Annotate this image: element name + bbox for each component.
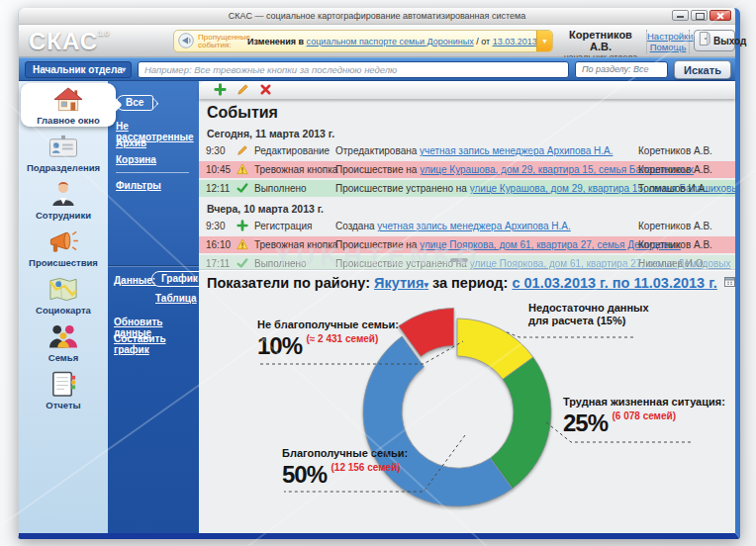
event-author: Николаев И.О. (638, 255, 706, 269)
event-description: Происшествие на улице Пояркова, дом 61, … (335, 236, 681, 253)
event-row[interactable]: 12:11ВыполненоПроисшествие устранено на … (199, 180, 735, 197)
exit-button[interactable]: Выход (694, 30, 735, 51)
event-description: Создана учетная запись менеджера Архипов… (335, 218, 571, 234)
settings-link[interactable]: Настройки (647, 31, 689, 42)
notification-text: Изменения в социальном паспорте семьи До… (247, 37, 552, 46)
notification-label: Пропущенные события: (198, 34, 243, 49)
app-window: СКАС — социальное картографирование авто… (18, 8, 740, 539)
help-link[interactable]: Помощь (647, 42, 689, 52)
event-time: 10:45 (206, 161, 231, 178)
delete-event-button[interactable] (258, 83, 272, 97)
callout-insufficient-data: Недостаточно данных для расчета (15%) (528, 302, 649, 327)
panel-section-divider (108, 265, 199, 266)
event-time: 17:11 (206, 255, 230, 269)
alarm-icon (236, 163, 248, 180)
app-logo: СКАС1.0 (29, 28, 109, 55)
event-author: Толмашов И.А. (638, 180, 708, 197)
data-view-table[interactable]: Таблица (155, 293, 197, 304)
filter-tab-trash[interactable]: Корзина (116, 154, 156, 165)
event-time: 9:30 (206, 142, 225, 159)
main-sidebar: Главное окноПодразделенияСотрудникиПроис… (19, 81, 108, 533)
sidebar-item-sociomap[interactable]: Социокарта (19, 273, 108, 320)
notification-dropdown-button[interactable]: ▼ (536, 31, 552, 51)
panel-divider (116, 172, 189, 173)
pencil-icon (236, 144, 248, 161)
filter-tab-all[interactable]: Все (116, 95, 153, 111)
check-icon (236, 182, 248, 199)
scroll-handle[interactable] (450, 258, 468, 262)
event-row[interactable]: 9:30РедактированиеОтредактирована учетна… (199, 142, 735, 159)
events-list: События Сегодня, 11 марта 2013 г.9:30Ред… (199, 99, 735, 269)
add-event-button[interactable] (213, 83, 227, 97)
alarm-icon (236, 238, 248, 255)
period-link[interactable]: с 01.03.2013 г. по 11.03.2013 г. (512, 275, 716, 291)
event-author: Коретников А.В. (638, 161, 712, 178)
callout-difficult-situation: Трудная жизненная ситуация: 25% (6 078 с… (563, 396, 725, 437)
event-author: Коретников А.В. (638, 236, 712, 253)
role-dropdown[interactable]: Начальник отдела▾ (25, 61, 132, 78)
event-row[interactable]: 16:10Тревожная кнопкаПроисшествие на ули… (199, 236, 735, 253)
app-header: СКАС1.0 Пропущенные события: Изменения в… (19, 25, 735, 57)
home-icon (21, 83, 116, 115)
event-group-date: Вчера, 10 марта 2013 г. (207, 203, 735, 215)
down-arrow-icon: ▼ (541, 38, 548, 45)
indicators-section: Показатели по району: Якутия▾ за период:… (199, 269, 735, 526)
check-icon (236, 257, 248, 269)
maximize-button[interactable] (691, 10, 708, 21)
minimize-button[interactable] (672, 10, 689, 21)
events-toolbar (199, 81, 735, 99)
title-bar: СКАС — социальное картографирование авто… (19, 8, 735, 25)
megaphone-icon (19, 226, 108, 257)
event-type: Регистрация (254, 218, 312, 234)
header-links: Настройки Помощь (646, 30, 690, 53)
event-row[interactable]: 10:45Тревожная кнопкаПроисшествие на ули… (199, 161, 735, 178)
search-button[interactable]: Искать (674, 60, 731, 79)
search-input[interactable] (138, 61, 569, 78)
event-link[interactable]: учетная запись менеджера Архипова Н.А. (377, 221, 570, 231)
sidebar-item-staff[interactable]: Сотрудники (19, 178, 108, 226)
event-time: 12:11 (206, 180, 230, 197)
filter-panel: Все Не рассмотренные Архив Корзина Фильт… (108, 81, 199, 533)
event-time: 9:30 (206, 218, 225, 234)
event-type: Выполнено (254, 255, 307, 269)
sidebar-item-reports[interactable]: Отчеты (19, 368, 108, 415)
event-group-date: Сегодня, 11 марта 2013 г. (207, 128, 735, 139)
map-icon (19, 273, 108, 305)
section-filter-input[interactable]: По разделу: Все (575, 61, 668, 78)
search-bar: Начальник отдела▾ По разделу: Все Искать (19, 57, 735, 81)
sidebar-item-main[interactable]: Главное окно (21, 83, 116, 127)
calendar-icon[interactable] (724, 274, 735, 290)
chevron-down-icon: ▾ (122, 62, 126, 77)
missed-events-icon (178, 33, 194, 50)
sidebar-item-family[interactable]: Семья (19, 320, 108, 368)
filters-link[interactable]: Фильтры (116, 180, 161, 191)
edit-event-button[interactable] (236, 83, 249, 97)
callout-unfavorable-families: Не благополучные семьи: 10% (≈ 2 431 сем… (257, 318, 399, 360)
employee-icon (19, 178, 108, 210)
sidebar-item-units[interactable]: Подразделения (19, 131, 108, 178)
compose-chart-link[interactable]: Составить график (114, 333, 199, 355)
plus-icon (236, 220, 248, 236)
event-type: Редактирование (254, 142, 330, 159)
region-link[interactable]: Якутия▾ (374, 275, 428, 291)
user-name: Коретников А.В. (559, 29, 642, 52)
event-type: Выполнено (254, 180, 307, 197)
logo-version: 1.0 (98, 29, 109, 38)
event-row[interactable]: 17:11ВыполненоПроисшествие устранено на … (199, 255, 735, 269)
callout-favorable-families: Благополучные семьи: 50% (12 156 семей) (282, 447, 408, 489)
window-title: СКАС — социальное картографирование авто… (19, 8, 735, 25)
event-type: Тревожная кнопка (254, 161, 337, 178)
content-area: Главное окноПодразделенияСотрудникиПроис… (19, 81, 735, 533)
close-button[interactable] (709, 10, 731, 21)
filter-tab-archive[interactable]: Архив (116, 137, 146, 148)
passport-link[interactable]: социальном паспорте семьи Дорониных (307, 37, 474, 46)
event-description: Отредактирована учетная запись менеджера… (335, 142, 613, 159)
event-link[interactable]: учетная запись менеджера Архипова Н.А. (420, 145, 613, 156)
report-icon (19, 368, 108, 400)
chevron-down-icon: ▾ (424, 280, 428, 290)
sidebar-item-incidents[interactable]: Происшествия (19, 226, 108, 273)
notification-bar: Пропущенные события: Изменения в социаль… (173, 30, 553, 52)
family-icon (19, 320, 108, 352)
event-row[interactable]: 9:30РегистрацияСоздана учетная запись ме… (199, 218, 735, 234)
id-card-icon (19, 131, 108, 162)
